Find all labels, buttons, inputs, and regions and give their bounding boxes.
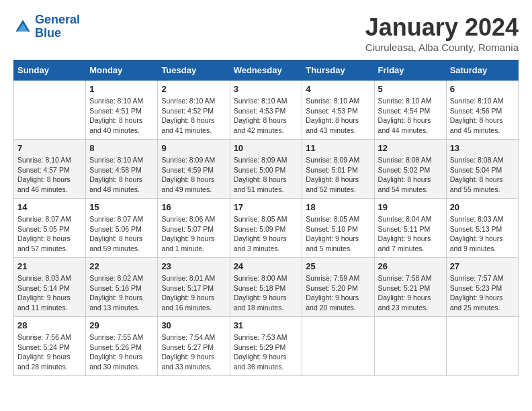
day-number: 3	[234, 84, 299, 94]
logo-text: General Blue	[35, 13, 80, 40]
day-detail: Sunrise: 8:00 AMSunset: 5:18 PMDaylight:…	[234, 273, 299, 313]
day-cell: 21Sunrise: 8:03 AMSunset: 5:14 PMDayligh…	[14, 258, 86, 317]
day-number: 4	[306, 84, 370, 94]
day-number: 2	[161, 84, 226, 94]
calendar-table: SundayMondayTuesdayWednesdayThursdayFrid…	[13, 60, 519, 376]
day-cell: 18Sunrise: 8:05 AMSunset: 5:10 PMDayligh…	[302, 199, 374, 258]
logo: General Blue	[13, 13, 80, 40]
day-cell: 2Sunrise: 8:10 AMSunset: 4:52 PMDaylight…	[158, 81, 230, 140]
day-detail: Sunrise: 8:02 AMSunset: 5:16 PMDaylight:…	[89, 273, 154, 313]
day-detail: Sunrise: 8:06 AMSunset: 5:07 PMDaylight:…	[161, 214, 226, 254]
day-number: 10	[234, 143, 299, 153]
day-number: 15	[89, 202, 154, 212]
day-cell: 29Sunrise: 7:55 AMSunset: 5:26 PMDayligh…	[86, 317, 158, 376]
day-detail: Sunrise: 7:57 AMSunset: 5:23 PMDaylight:…	[450, 273, 515, 313]
day-detail: Sunrise: 7:53 AMSunset: 5:29 PMDaylight:…	[234, 332, 299, 372]
day-detail: Sunrise: 8:09 AMSunset: 5:00 PMDaylight:…	[234, 155, 299, 195]
day-number: 29	[89, 320, 154, 330]
day-detail: Sunrise: 8:10 AMSunset: 4:53 PMDaylight:…	[234, 96, 299, 136]
day-number: 7	[17, 143, 82, 153]
day-number: 22	[89, 261, 154, 271]
day-detail: Sunrise: 8:10 AMSunset: 4:56 PMDaylight:…	[450, 96, 515, 136]
day-number: 5	[378, 84, 443, 94]
week-row-4: 21Sunrise: 8:03 AMSunset: 5:14 PMDayligh…	[14, 258, 519, 317]
day-cell: 3Sunrise: 8:10 AMSunset: 4:53 PMDaylight…	[230, 81, 302, 140]
day-detail: Sunrise: 8:03 AMSunset: 5:13 PMDaylight:…	[450, 214, 515, 254]
day-number: 13	[450, 143, 515, 153]
day-detail: Sunrise: 7:54 AMSunset: 5:27 PMDaylight:…	[161, 332, 226, 372]
day-cell: 15Sunrise: 8:07 AMSunset: 5:06 PMDayligh…	[86, 199, 158, 258]
day-cell: 4Sunrise: 8:10 AMSunset: 4:53 PMDaylight…	[302, 81, 374, 140]
day-detail: Sunrise: 8:10 AMSunset: 4:52 PMDaylight:…	[161, 96, 226, 136]
day-number: 14	[17, 202, 82, 212]
day-cell: 14Sunrise: 8:07 AMSunset: 5:05 PMDayligh…	[14, 199, 86, 258]
header-cell-friday: Friday	[374, 60, 446, 81]
day-detail: Sunrise: 8:10 AMSunset: 4:53 PMDaylight:…	[306, 96, 370, 136]
main-title: January 2024	[365, 13, 519, 42]
day-number: 6	[450, 84, 515, 94]
day-cell: 22Sunrise: 8:02 AMSunset: 5:16 PMDayligh…	[86, 258, 158, 317]
week-row-2: 7Sunrise: 8:10 AMSunset: 4:57 PMDaylight…	[14, 140, 519, 199]
day-cell: 20Sunrise: 8:03 AMSunset: 5:13 PMDayligh…	[446, 199, 518, 258]
header-cell-thursday: Thursday	[302, 60, 374, 81]
day-detail: Sunrise: 8:03 AMSunset: 5:14 PMDaylight:…	[17, 273, 82, 313]
day-number: 12	[378, 143, 443, 153]
logo-icon	[13, 17, 32, 36]
day-number: 1	[89, 84, 154, 94]
day-number: 24	[234, 261, 299, 271]
header-cell-tuesday: Tuesday	[158, 60, 230, 81]
day-number: 19	[378, 202, 443, 212]
day-cell: 28Sunrise: 7:56 AMSunset: 5:24 PMDayligh…	[14, 317, 86, 376]
day-detail: Sunrise: 8:10 AMSunset: 4:58 PMDaylight:…	[89, 155, 154, 195]
day-cell: 5Sunrise: 8:10 AMSunset: 4:54 PMDaylight…	[374, 81, 446, 140]
day-cell: 1Sunrise: 8:10 AMSunset: 4:51 PMDaylight…	[86, 81, 158, 140]
week-row-1: 1Sunrise: 8:10 AMSunset: 4:51 PMDaylight…	[14, 81, 519, 140]
day-number: 9	[161, 143, 226, 153]
day-detail: Sunrise: 8:07 AMSunset: 5:06 PMDaylight:…	[89, 214, 154, 254]
day-number: 8	[89, 143, 154, 153]
day-number: 30	[161, 320, 226, 330]
header-row: SundayMondayTuesdayWednesdayThursdayFrid…	[14, 60, 519, 81]
day-detail: Sunrise: 8:10 AMSunset: 4:54 PMDaylight:…	[378, 96, 443, 136]
subtitle: Ciuruleasa, Alba County, Romania	[365, 42, 519, 53]
day-number: 23	[161, 261, 226, 271]
day-detail: Sunrise: 8:08 AMSunset: 5:02 PMDaylight:…	[378, 155, 443, 195]
day-cell: 27Sunrise: 7:57 AMSunset: 5:23 PMDayligh…	[446, 258, 518, 317]
day-cell: 7Sunrise: 8:10 AMSunset: 4:57 PMDaylight…	[14, 140, 86, 199]
day-cell: 8Sunrise: 8:10 AMSunset: 4:58 PMDaylight…	[86, 140, 158, 199]
week-row-3: 14Sunrise: 8:07 AMSunset: 5:05 PMDayligh…	[14, 199, 519, 258]
day-number: 18	[306, 202, 370, 212]
header-cell-wednesday: Wednesday	[230, 60, 302, 81]
header-cell-saturday: Saturday	[446, 60, 518, 81]
day-detail: Sunrise: 8:09 AMSunset: 5:01 PMDaylight:…	[306, 155, 370, 195]
day-cell: 9Sunrise: 8:09 AMSunset: 4:59 PMDaylight…	[158, 140, 230, 199]
day-cell: 6Sunrise: 8:10 AMSunset: 4:56 PMDaylight…	[446, 81, 518, 140]
day-cell	[14, 81, 86, 140]
day-cell: 25Sunrise: 7:59 AMSunset: 5:20 PMDayligh…	[302, 258, 374, 317]
header-cell-monday: Monday	[86, 60, 158, 81]
title-area: January 2024 Ciuruleasa, Alba County, Ro…	[365, 13, 519, 53]
day-number: 31	[234, 320, 299, 330]
day-detail: Sunrise: 8:01 AMSunset: 5:17 PMDaylight:…	[161, 273, 226, 313]
day-number: 17	[234, 202, 299, 212]
day-detail: Sunrise: 8:05 AMSunset: 5:09 PMDaylight:…	[234, 214, 299, 254]
day-detail: Sunrise: 7:59 AMSunset: 5:20 PMDaylight:…	[306, 273, 370, 313]
day-detail: Sunrise: 8:04 AMSunset: 5:11 PMDaylight:…	[378, 214, 443, 254]
day-cell: 16Sunrise: 8:06 AMSunset: 5:07 PMDayligh…	[158, 199, 230, 258]
day-number: 20	[450, 202, 515, 212]
day-detail: Sunrise: 8:09 AMSunset: 4:59 PMDaylight:…	[161, 155, 226, 195]
day-number: 28	[17, 320, 82, 330]
day-cell: 11Sunrise: 8:09 AMSunset: 5:01 PMDayligh…	[302, 140, 374, 199]
day-cell: 30Sunrise: 7:54 AMSunset: 5:27 PMDayligh…	[158, 317, 230, 376]
day-detail: Sunrise: 8:05 AMSunset: 5:10 PMDaylight:…	[306, 214, 370, 254]
day-cell: 10Sunrise: 8:09 AMSunset: 5:00 PMDayligh…	[230, 140, 302, 199]
day-cell	[302, 317, 374, 376]
day-cell	[374, 317, 446, 376]
day-number: 16	[161, 202, 226, 212]
week-row-5: 28Sunrise: 7:56 AMSunset: 5:24 PMDayligh…	[14, 317, 519, 376]
day-cell: 23Sunrise: 8:01 AMSunset: 5:17 PMDayligh…	[158, 258, 230, 317]
page-header: General Blue January 2024 Ciuruleasa, Al…	[13, 13, 519, 53]
day-detail: Sunrise: 8:07 AMSunset: 5:05 PMDaylight:…	[17, 214, 82, 254]
day-detail: Sunrise: 8:10 AMSunset: 4:51 PMDaylight:…	[89, 96, 154, 136]
day-detail: Sunrise: 8:10 AMSunset: 4:57 PMDaylight:…	[17, 155, 82, 195]
